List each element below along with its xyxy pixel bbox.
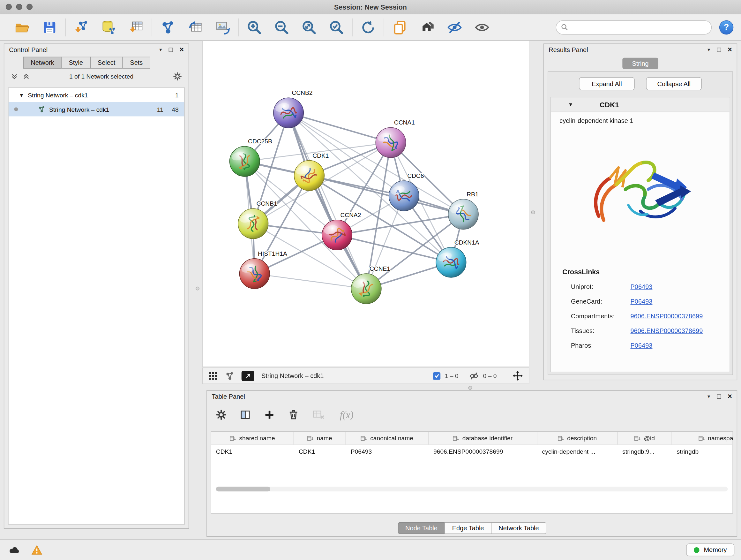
network-row[interactable]: String Network – cdk1 11 48 [9,102,185,116]
open-in-new-window-button[interactable] [242,371,254,381]
network-edge[interactable] [255,273,366,289]
tab-network-table[interactable]: Network Table [491,522,547,534]
network-collection-row[interactable]: ▼ String Network – cdk1 1 [9,88,185,102]
expand-all-icon[interactable] [23,72,30,79]
float-panel-icon[interactable]: ▾ [159,47,162,52]
cloud-icon[interactable] [9,544,20,556]
collapse-section-icon[interactable]: ▼ [568,102,573,108]
zoom-in-icon[interactable] [247,19,262,35]
save-session-icon[interactable] [42,19,57,35]
network-node-CDC6[interactable]: CDC6 [389,172,424,211]
crosslink-link[interactable]: 9606.ENSP00000378699 [630,327,703,334]
network-node-RB1[interactable]: RB1 [448,191,479,229]
float-panel-icon[interactable]: ▾ [708,394,710,399]
table-horizontal-scrollbar[interactable] [216,487,728,491]
network-node-CCNB2[interactable]: CCNB2 [273,89,313,128]
network-edge[interactable] [309,176,463,214]
zoom-window-button[interactable] [26,4,32,10]
selected-nodes-icon[interactable] [433,372,441,380]
home-icon[interactable] [420,19,434,35]
collapse-all-button[interactable]: Collapse All [646,77,702,90]
copy-icon[interactable] [392,19,407,35]
zoom-selected-icon[interactable] [329,19,344,35]
network-node-HIST1H1A[interactable]: HIST1H1A [239,250,287,289]
tab-edge-table[interactable]: Edge Table [445,522,491,534]
close-panel-icon[interactable]: × [728,393,732,400]
crosslink-link[interactable]: P06493 [630,298,652,305]
column-header-shared-name[interactable]: shared name [211,432,294,445]
crosslink-link[interactable]: 9606.ENSP00000378699 [630,313,703,320]
delete-column-icon[interactable] [288,409,299,421]
bottom-splitter-handle[interactable] [468,386,472,390]
import-network-icon[interactable] [74,19,89,35]
gene-section-header[interactable]: ▼ CDK1 [551,98,730,112]
network-from-table-icon[interactable] [188,19,203,35]
table-cell[interactable]: CDK1 [211,445,294,457]
network-edge[interactable] [288,113,366,289]
float-panel-icon[interactable]: ▾ [708,47,710,52]
memory-button[interactable]: Memory [686,543,735,556]
tab-select[interactable]: Select [90,57,123,69]
grid-icon[interactable] [208,371,218,381]
table-row[interactable]: CDK1CDK1P064939606.ENSP00000378699cyclin… [211,445,732,457]
network-graph[interactable]: CCNB2CCNA1CDC25BCDK1CDC6RB1CCNB1CCNA2CDK… [203,41,529,367]
network-node-CCNB1[interactable]: CCNB1 [238,200,277,239]
scrollbar-thumb[interactable] [216,487,270,491]
table-cell[interactable]: stringdb [672,445,733,457]
import-network-database-icon[interactable] [101,19,116,35]
tab-string[interactable]: String [622,58,658,69]
pan-tool-icon[interactable] [512,370,523,381]
network-canvas[interactable]: CCNB2CCNA1CDC25BCDK1CDC6RB1CCNB1CCNA2CDK… [202,41,529,367]
show-all-icon[interactable] [475,19,489,35]
search-input[interactable] [571,23,706,31]
tab-style[interactable]: Style [61,57,91,69]
hide-selected-icon[interactable] [447,19,462,35]
column-header-database-identifier[interactable]: database identifier [428,432,537,445]
network-node-CCNA1[interactable]: CCNA1 [376,119,415,158]
table-cell[interactable]: cyclin-dependent ... [537,445,618,457]
close-panel-icon[interactable]: × [179,46,184,54]
warning-icon[interactable] [31,544,43,556]
maximize-panel-icon[interactable] [717,394,721,398]
apply-layout-icon[interactable] [360,19,376,35]
column-header-namespace[interactable]: namespace [672,432,733,445]
tab-node-table[interactable]: Node Table [398,522,445,534]
close-window-button[interactable] [6,4,12,10]
network-node-CDC25B[interactable]: CDC25B [229,138,272,176]
maximize-panel-icon[interactable] [169,48,173,52]
maximize-panel-icon[interactable] [717,48,721,52]
add-column-icon[interactable] [264,409,275,421]
collapse-caret-icon[interactable]: ▼ [19,92,24,98]
column-header--id[interactable]: @id [618,432,672,445]
collapse-all-icon[interactable] [11,72,18,79]
table-options-gear-icon[interactable] [215,409,227,421]
show-columns-icon[interactable] [240,409,251,421]
expand-all-button[interactable]: Expand All [579,77,635,90]
hidden-elements-icon[interactable] [469,371,479,381]
minimize-window-button[interactable] [16,4,22,10]
table-cell[interactable]: 9606.ENSP00000378699 [428,445,537,457]
new-network-icon[interactable] [160,19,175,35]
column-header-name[interactable]: name [294,432,346,445]
search-box[interactable] [556,20,712,34]
close-panel-icon[interactable]: × [728,46,732,54]
column-header-canonical-name[interactable]: canonical name [346,432,428,445]
zoom-out-icon[interactable] [274,19,289,35]
tab-sets[interactable]: Sets [123,57,150,69]
tab-network[interactable]: Network [23,57,62,69]
export-image-icon[interactable] [215,19,230,35]
table-cell[interactable]: P06493 [346,445,428,457]
table-cell[interactable]: stringdb:9... [618,445,672,457]
column-header-description[interactable]: description [537,432,618,445]
network-options-gear-icon[interactable] [173,71,182,80]
table-cell[interactable]: CDK1 [294,445,346,457]
zoom-fit-icon[interactable] [301,19,317,35]
crosslink-link[interactable]: P06493 [630,342,652,349]
import-table-icon[interactable] [129,19,144,35]
help-button[interactable]: ? [719,20,733,34]
right-splitter-handle[interactable] [531,210,535,214]
crosslink-link[interactable]: P06493 [630,283,652,290]
left-splitter-handle[interactable] [196,287,199,291]
open-session-icon[interactable] [15,19,30,35]
network-edge[interactable] [288,113,391,142]
